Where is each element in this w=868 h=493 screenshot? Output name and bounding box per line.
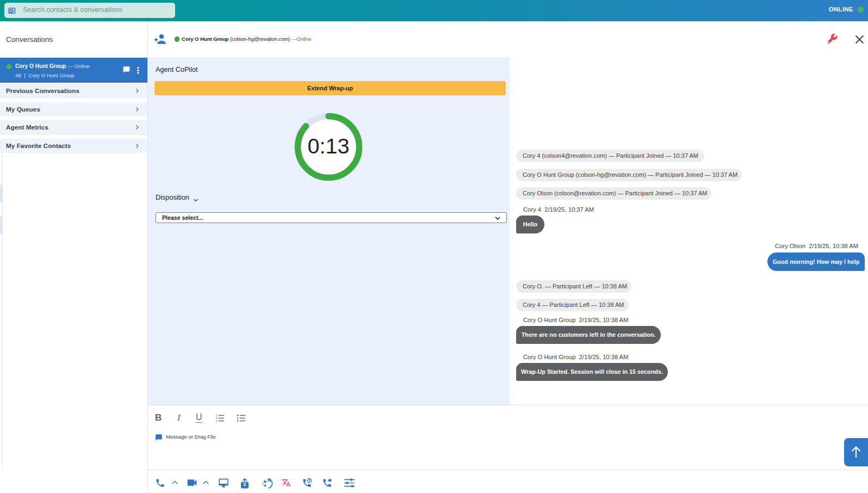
svg-text:0:13: 0:13 bbox=[308, 134, 350, 158]
svg-text:P: P bbox=[308, 479, 311, 482]
svg-text:3: 3 bbox=[216, 420, 218, 422]
svg-text:1: 1 bbox=[216, 414, 218, 417]
svg-text:2: 2 bbox=[216, 417, 218, 420]
